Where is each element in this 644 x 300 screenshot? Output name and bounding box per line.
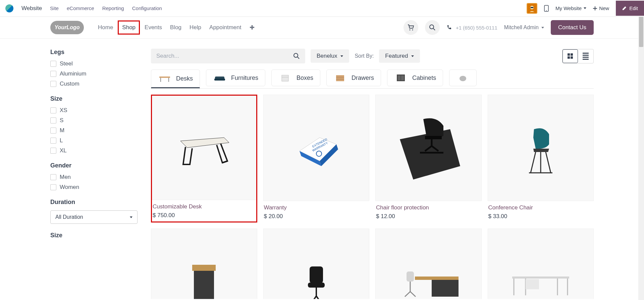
product-card[interactable] [151,229,257,299]
product-name[interactable]: Warranty [263,204,370,211]
checkbox[interactable] [50,117,56,123]
nav-blog[interactable]: Blog [167,21,185,34]
svg-rect-9 [159,77,170,78]
grid-view-button[interactable] [562,49,578,63]
svg-point-5 [409,30,410,31]
checkbox[interactable] [50,128,56,134]
checkbox[interactable] [50,138,56,144]
checkbox[interactable] [50,148,56,154]
category-label: Furnitures [231,74,258,82]
view-toggle [562,49,594,63]
main-area: Benelux Sort By: Featured DesksFurniture… [151,49,594,299]
site-logo[interactable]: YourLogo [50,21,84,34]
filter-option-label: Aluminium [60,70,86,77]
filter-option[interactable]: XL [50,147,138,154]
mobile-preview-icon[interactable] [544,5,549,12]
product-name[interactable]: Conference Chair [488,204,594,211]
filter-option[interactable]: Men [50,174,138,181]
filter-option[interactable]: S [50,117,138,124]
filter-option-label: Women [60,184,79,191]
sort-label: Sort By: [355,53,374,59]
filter-group: Size [50,232,138,239]
chevron-down-icon [130,216,132,218]
category-tab[interactable]: Cabinets [387,69,443,86]
product-card[interactable] [375,229,482,299]
product-name[interactable]: Customizable Desk [152,203,256,210]
product-name[interactable]: Chair floor protection [375,204,482,211]
nav-events[interactable]: Events [141,21,165,34]
filter-option-label: S [60,117,63,124]
scrollbar[interactable] [638,17,644,299]
category-tab[interactable]: Desks [151,69,200,88]
my-website-selector[interactable]: My Website [555,5,586,11]
filter-option[interactable]: L [50,137,138,144]
edit-button[interactable]: Edit [616,1,644,16]
svg-rect-16 [401,76,404,80]
product-card[interactable] [263,229,370,299]
filter-option[interactable]: Aluminium [50,70,138,77]
region-selector[interactable]: Benelux [311,49,349,63]
search-box[interactable] [151,49,305,63]
filter-option[interactable]: M [50,127,138,134]
search-button[interactable] [425,20,440,35]
contact-us-button[interactable]: Contact Us [551,20,594,35]
svg-rect-13 [336,75,344,81]
filter-option-label: Men [60,174,71,181]
checkbox[interactable] [50,107,56,113]
checkbox[interactable] [50,184,56,190]
checkbox[interactable] [50,61,56,67]
filter-option-label: XS [60,107,67,114]
category-label: Boxes [297,74,313,82]
filter-option[interactable]: XS [50,107,138,114]
category-thumb [394,73,408,83]
search-input[interactable] [156,53,293,59]
topnav-configuration[interactable]: Configuration [132,5,162,11]
svg-rect-15 [398,76,400,80]
nav-shop[interactable]: Shop [118,20,140,35]
product-card[interactable] [488,229,594,299]
list-view-button[interactable] [578,49,593,63]
nav-home[interactable]: Home [95,21,116,34]
chevron-down-icon [411,55,414,57]
user-menu[interactable]: Mitchell Admin [504,24,544,31]
product-card[interactable]: EXTENDEDWARRANTYWarranty$ 20.00 [263,95,370,222]
scrollbar-thumb[interactable] [639,17,643,47]
checkbox[interactable] [50,174,56,180]
category-tab[interactable]: Drawers [326,69,381,86]
add-nav-item-icon[interactable]: ✚ [246,21,258,34]
topnav-reporting[interactable]: Reporting [102,5,124,11]
svg-rect-23 [192,265,216,271]
svg-rect-21 [425,136,442,139]
sort-selector[interactable]: Featured [379,49,420,63]
category-tab[interactable] [449,69,477,86]
product-image[interactable] [488,95,594,201]
category-label: Drawers [352,74,374,82]
checkbox[interactable] [50,81,56,87]
category-thumb [333,73,347,83]
product-image[interactable] [152,96,256,200]
product-price: $ 12.00 [375,213,482,220]
phone-number: +1 (650) 555-0111 [456,25,497,31]
category-tab[interactable]: Furnitures [206,69,265,86]
nav-appointment[interactable]: Appointment [206,21,245,34]
topnav-ecommerce[interactable]: eCommerce [67,5,94,11]
product-card[interactable]: Customizable Desk$ 750.00 [151,95,257,222]
checkbox[interactable] [50,71,56,77]
product-image[interactable] [375,95,482,201]
duration-select[interactable]: All Duration [50,210,138,224]
product-card[interactable]: Conference Chair$ 33.00 [488,95,594,222]
cart-button[interactable] [404,20,418,35]
filter-option[interactable]: Women [50,184,138,191]
filter-title: Size [50,95,138,102]
category-tab[interactable]: Boxes [271,69,320,86]
user-avatar[interactable] [527,3,537,14]
new-button[interactable]: New [593,5,609,11]
nav-help[interactable]: Help [186,21,205,34]
filter-option[interactable]: Custom [50,81,138,87]
filter-group: LegsSteelAluminiumCustom [50,49,138,87]
product-card[interactable]: Chair floor protection$ 12.00 [375,95,482,222]
topnav-site[interactable]: Site [50,5,59,11]
filter-title: Size [50,232,138,239]
filter-option[interactable]: Steel [50,60,138,67]
product-image[interactable]: EXTENDEDWARRANTY [263,95,370,201]
